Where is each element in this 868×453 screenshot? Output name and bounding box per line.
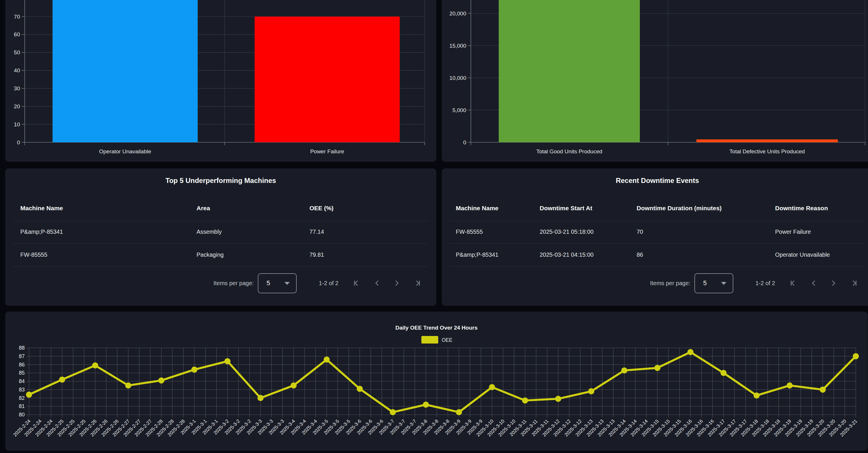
items-per-page-label: Items per page: [650, 280, 690, 286]
column-header: Machine Name [20, 205, 63, 212]
last-page-button[interactable] [849, 279, 858, 288]
y-tick-label: 87 [19, 353, 25, 359]
row-divider [450, 221, 865, 221]
y-tick-label: 0 [463, 140, 466, 146]
y-tick-label: 88 [19, 345, 25, 351]
data-point [59, 376, 65, 383]
y-tick-label: 70 [14, 13, 20, 20]
y-tick-label: 83 [19, 387, 25, 393]
category-label: Total Good Units Produced [536, 148, 602, 154]
table-cell: 77.14 [309, 228, 324, 236]
data-point [820, 387, 826, 393]
data-point [26, 392, 32, 398]
column-header: OEE (%) [309, 205, 334, 212]
units-produced-chart-card: 05,00010,00015,00020,000Total Good Units… [442, 0, 868, 162]
bar-0 [53, 0, 198, 142]
underperforming-machines-card: Top 5 Underperforming Machines Machine N… [5, 169, 436, 306]
y-tick-label: 85 [19, 370, 25, 376]
first-page-icon [353, 279, 362, 288]
downtime-by-reason-chart-card: 010203040506070Operator UnavailablePower… [5, 0, 436, 162]
row-divider [450, 266, 865, 267]
page-size-select[interactable]: 5 [694, 273, 733, 293]
data-point [720, 370, 726, 376]
y-tick-label: 20,000 [450, 10, 466, 17]
recent-downtime-events-card: Recent Downtime Events Machine NameDownt… [442, 169, 868, 306]
units-produced-bar-chart: 05,00010,00015,00020,000Total Good Units… [442, 0, 868, 162]
table-cell: 86 [637, 251, 643, 259]
oee-trend-line [29, 352, 856, 412]
table-cell: 79.81 [309, 251, 324, 259]
table-cell: P&amp;P-85341 [20, 228, 63, 236]
bar-0 [499, 0, 640, 142]
y-tick-label: 50 [14, 49, 20, 56]
downtime-by-reason-bar-chart: 010203040506070Operator UnavailablePower… [5, 0, 436, 162]
underperforming-machines-title: Top 5 Underperforming Machines [5, 176, 436, 185]
table-cell: FW-85555 [456, 228, 483, 236]
y-tick-label: 30 [14, 85, 20, 91]
data-point [456, 409, 462, 415]
column-header: Machine Name [456, 205, 498, 212]
data-point [158, 378, 164, 384]
data-point [357, 386, 363, 392]
y-tick-label: 20 [14, 103, 20, 110]
first-page-button[interactable] [353, 279, 362, 288]
data-point [224, 358, 230, 364]
chevron-right-icon [393, 279, 401, 288]
column-header: Area [196, 205, 210, 212]
y-tick-label: 5,000 [452, 107, 466, 113]
data-point [257, 395, 264, 401]
chart-title: Daily OEE Trend Over 24 Hours [395, 325, 477, 331]
first-page-icon [789, 279, 798, 288]
last-page-icon [412, 279, 421, 288]
y-tick-label: 0 [17, 140, 20, 146]
data-point [324, 357, 330, 363]
data-point [853, 353, 859, 359]
row-divider [13, 221, 429, 221]
chevron-left-icon [373, 279, 381, 288]
next-page-button[interactable] [393, 279, 401, 288]
first-page-button[interactable] [789, 279, 798, 288]
previous-page-button[interactable] [809, 279, 818, 288]
page-size-select[interactable]: 5 [258, 273, 297, 293]
table-cell: Packaging [196, 251, 223, 259]
data-point [290, 383, 297, 389]
row-divider [13, 266, 429, 267]
last-page-button[interactable] [412, 279, 421, 288]
page-range-label: 1-2 of 2 [755, 280, 775, 286]
legend-swatch [422, 336, 438, 343]
paginator-nav [789, 279, 858, 288]
table-cell: 2025-03-21 04:15:00 [540, 251, 594, 259]
next-page-button[interactable] [829, 279, 838, 288]
daily-oee-trend-line-chart: 2025-2-242025-2-242025-2-242025-2-252025… [5, 311, 868, 451]
data-point [654, 365, 660, 371]
table-cell: Power Failure [775, 228, 811, 236]
table-cell: P&amp;P-85341 [456, 251, 498, 259]
page-size-value: 5 [703, 279, 707, 287]
table-cell: FW-85555 [20, 251, 47, 259]
bar-1 [255, 17, 400, 142]
category-label: Total Defective Units Produced [730, 148, 805, 154]
data-point [522, 397, 528, 404]
chevron-down-icon [721, 282, 726, 285]
downtime-paginator: Items per page: 5 1-2 of 2 [442, 272, 858, 294]
last-page-icon [849, 279, 858, 288]
page-size-value: 5 [267, 279, 270, 287]
data-point [489, 384, 495, 390]
y-tick-label: 40 [14, 67, 20, 73]
chevron-down-icon [284, 282, 290, 285]
y-tick-label: 82 [19, 395, 25, 401]
daily-oee-trend-card: 2025-2-242025-2-242025-2-242025-2-252025… [5, 311, 868, 451]
y-tick-label: 81 [19, 403, 25, 409]
paginator-nav [353, 279, 421, 288]
data-point [423, 402, 429, 408]
data-point [787, 383, 793, 389]
chevron-right-icon [829, 279, 838, 288]
row-divider [450, 243, 865, 244]
table-cell: 70 [637, 228, 643, 236]
column-header: Downtime Start At [540, 205, 592, 212]
data-point [754, 392, 760, 398]
data-point [191, 366, 197, 372]
data-point [621, 367, 627, 373]
page-range-label: 1-2 of 2 [319, 280, 339, 286]
previous-page-button[interactable] [373, 279, 381, 288]
